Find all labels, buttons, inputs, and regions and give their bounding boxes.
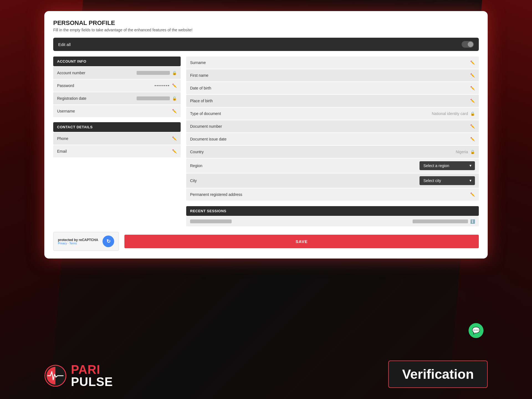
captcha-links: Privacy · Terms <box>58 242 98 245</box>
registration-date-row: Registration date 🔒 <box>53 92 181 104</box>
email-edit-icon[interactable]: ✏️ <box>172 149 177 154</box>
sessions-blurred-text <box>413 219 468 223</box>
document-type-text: National identity card <box>432 111 468 116</box>
address-label: Permanent registered address <box>190 192 242 197</box>
account-number-blurred <box>137 71 170 75</box>
country-value: Nigeria 🔒 <box>456 150 475 154</box>
country-text: Nigeria <box>456 150 468 154</box>
first-name-label: First name <box>190 73 208 78</box>
password-dots: •••••••• <box>155 83 170 88</box>
bottom-area: protected by reCAPTCHA Privacy · Terms ↻… <box>53 232 479 251</box>
paripulse-logo-icon <box>44 365 66 387</box>
region-row: Region Select a region ▼ <box>186 158 479 173</box>
edit-all-toggle[interactable] <box>462 41 474 48</box>
account-info-header: ACCOUNT INFO <box>53 57 181 66</box>
document-type-row: Type of document National identity card … <box>186 108 479 120</box>
document-type-lock-icon: 🔒 <box>470 111 475 116</box>
registration-date-lock-icon: 🔒 <box>172 96 177 101</box>
city-select[interactable]: Select city <box>420 176 475 185</box>
sessions-blurred-left <box>190 219 232 223</box>
modal-title: PERSONAL PROFILE <box>53 19 479 27</box>
document-number-label: Document number <box>190 124 222 129</box>
region-select[interactable]: Select a region <box>420 161 475 170</box>
captcha-box: protected by reCAPTCHA Privacy · Terms ↻ <box>53 232 119 251</box>
city-label: City <box>190 178 197 183</box>
document-type-label: Type of document <box>190 111 221 116</box>
document-number-edit-icon[interactable]: ✏️ <box>470 124 475 129</box>
dob-row: Date of birth ✏️ <box>186 82 479 94</box>
surname-value: ✏️ <box>470 60 475 65</box>
dob-value: ✏️ <box>470 86 475 90</box>
verification-badge: Verification <box>388 360 488 388</box>
spacer-1 <box>53 118 181 122</box>
captcha-privacy-link[interactable]: Privacy <box>58 242 67 245</box>
captcha-protected-text: protected by reCAPTCHA <box>58 238 98 242</box>
city-row: City Select city ▼ <box>186 173 479 188</box>
phone-row: Phone ✏️ <box>53 132 181 145</box>
username-row: Username ✏️ <box>53 105 181 117</box>
address-row: Permanent registered address ✏️ <box>186 188 479 201</box>
registration-date-blurred <box>137 96 170 100</box>
dob-label: Date of birth <box>190 86 211 90</box>
address-edit-icon[interactable]: ✏️ <box>470 192 475 197</box>
first-name-edit-icon[interactable]: ✏️ <box>470 73 475 78</box>
left-column: ACCOUNT INFO Account number 🔒 Password •… <box>53 57 181 226</box>
logo-pari: PARI <box>71 364 113 376</box>
sessions-info-icon: ℹ️ <box>470 219 475 224</box>
city-dropdown-wrapper[interactable]: Select city ▼ <box>420 176 475 185</box>
verification-label: Verification <box>402 367 474 382</box>
password-label: Password <box>57 83 74 88</box>
password-edit-icon[interactable]: ✏️ <box>172 83 177 88</box>
country-row: Country Nigeria 🔒 <box>186 146 479 158</box>
captcha-terms-link[interactable]: Terms <box>69 242 77 245</box>
country-label: Country <box>190 150 204 154</box>
first-name-value: ✏️ <box>470 73 475 78</box>
sessions-row: ℹ️ <box>186 216 479 226</box>
place-of-birth-edit-icon[interactable]: ✏️ <box>470 99 475 103</box>
captcha-logo-wrapper: ↻ <box>103 236 114 247</box>
email-value: ✏️ <box>172 149 177 154</box>
username-value: ✏️ <box>172 109 177 113</box>
registration-date-label: Registration date <box>57 96 86 101</box>
document-number-row: Document number ✏️ <box>186 120 479 132</box>
edit-all-label: Edit all <box>58 42 71 47</box>
right-column: Surname ✏️ First name ✏️ Date of birth ✏… <box>186 57 479 226</box>
dob-edit-icon[interactable]: ✏️ <box>470 86 475 90</box>
edit-all-bar: Edit all <box>53 38 479 51</box>
recaptcha-logo-icon: ↻ <box>103 236 114 247</box>
account-number-lock-icon: 🔒 <box>172 71 177 75</box>
document-issue-date-value: ✏️ <box>470 137 475 141</box>
document-type-value: National identity card 🔒 <box>432 111 475 116</box>
svg-text:↻: ↻ <box>106 239 111 244</box>
place-of-birth-row: Place of birth ✏️ <box>186 95 479 107</box>
modal-subtitle: Fill in the empty fields to take advanta… <box>53 28 479 32</box>
username-label: Username <box>57 109 75 113</box>
place-of-birth-value: ✏️ <box>470 99 475 103</box>
bottom-branding: PARI PULSE <box>44 364 113 388</box>
registration-date-value: 🔒 <box>137 96 177 101</box>
logo-text: PARI PULSE <box>71 364 113 388</box>
main-modal: PERSONAL PROFILE Fill in the empty field… <box>44 11 488 259</box>
account-number-row: Account number 🔒 <box>53 67 181 79</box>
account-number-label: Account number <box>57 71 85 75</box>
phone-edit-icon[interactable]: ✏️ <box>172 136 177 141</box>
document-issue-date-label: Document issue date <box>190 137 227 141</box>
document-issue-date-edit-icon[interactable]: ✏️ <box>470 137 475 141</box>
place-of-birth-label: Place of birth <box>190 99 213 103</box>
password-row: Password •••••••• ✏️ <box>53 80 181 92</box>
region-dropdown-wrapper[interactable]: Select a region ▼ <box>420 161 475 170</box>
surname-edit-icon[interactable]: ✏️ <box>470 60 475 65</box>
username-edit-icon[interactable]: ✏️ <box>172 109 177 113</box>
email-row: Email ✏️ <box>53 145 181 157</box>
chat-bubble-button[interactable]: 💬 <box>469 323 484 338</box>
captcha-text-block: protected by reCAPTCHA Privacy · Terms <box>58 238 98 245</box>
phone-value: ✏️ <box>172 136 177 141</box>
save-button[interactable]: SAVE <box>124 235 479 248</box>
recent-sessions-header: RECENT SESSIONS <box>186 206 479 216</box>
document-issue-date-row: Document issue date ✏️ <box>186 133 479 145</box>
email-label: Email <box>57 149 67 154</box>
surname-row: Surname ✏️ <box>186 57 479 69</box>
address-value: ✏️ <box>470 192 475 197</box>
sessions-blurred-right: ℹ️ <box>413 219 475 224</box>
contact-details-header: CONTACT DETAILS <box>53 122 181 132</box>
